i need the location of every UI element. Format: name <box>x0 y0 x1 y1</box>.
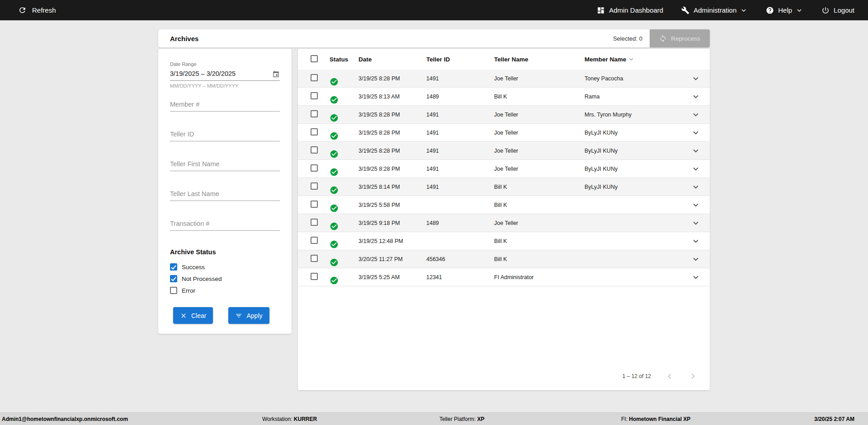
row-teller-id: 1491 <box>426 166 494 172</box>
row-expand-chevron-down-icon[interactable] <box>691 92 701 102</box>
row-member-name: ByLyJI KUNy <box>585 166 681 172</box>
table-header: Status Date Teller ID Teller Name Member… <box>298 49 710 70</box>
row-date: 3/19/25 8:14 PM <box>359 184 426 190</box>
check-circle-icon <box>330 77 359 86</box>
table-row: 3/19/25 8:28 PM 1491 Joe Teller ByLyJI K… <box>298 142 710 160</box>
selected-count: Selected: 0 <box>613 35 642 42</box>
check-circle-icon <box>330 95 359 104</box>
calendar-icon[interactable] <box>272 70 280 78</box>
row-teller-name: Joe Teller <box>494 112 585 118</box>
row-expand-chevron-down-icon[interactable] <box>691 254 701 264</box>
pagination-next-button[interactable] <box>688 371 698 381</box>
row-expand-chevron-down-icon[interactable] <box>691 236 701 246</box>
row-expand-chevron-down-icon[interactable] <box>691 164 701 174</box>
row-teller-name: Joe Teller <box>494 166 585 172</box>
pagination-prev-button[interactable] <box>665 371 675 381</box>
date-range-input[interactable] <box>170 67 280 81</box>
row-teller-name: Joe Teller <box>494 220 585 226</box>
column-header-teller-id: Teller ID <box>426 56 494 63</box>
archive-status-checkbox[interactable] <box>170 275 177 282</box>
refresh-icon <box>18 6 27 14</box>
archive-status-option[interactable]: Not Processed <box>170 273 280 285</box>
column-header-member-name[interactable]: Member Name <box>585 55 681 63</box>
teller-id-input[interactable] <box>170 127 280 141</box>
archive-status-label: Success <box>182 264 205 271</box>
row-expand-chevron-down-icon[interactable] <box>691 272 701 282</box>
row-expand-chevron-down-icon[interactable] <box>691 74 701 84</box>
archive-status-option[interactable]: Success <box>170 261 280 273</box>
transaction-number-input[interactable] <box>170 217 280 231</box>
row-member-name: Mrs. Tyron Murphy <box>585 112 681 118</box>
select-all-checkbox[interactable] <box>311 55 318 62</box>
clear-label: Clear <box>191 312 206 319</box>
row-date: 3/19/25 12:48 PM <box>359 238 426 244</box>
admin-dashboard-button[interactable]: Admin Dashboard <box>597 6 663 14</box>
row-expand-chevron-down-icon[interactable] <box>691 128 701 138</box>
row-checkbox[interactable] <box>311 201 318 208</box>
table-row: 3/20/25 11:27 PM 456346 Bill K <box>298 250 710 268</box>
row-checkbox[interactable] <box>311 164 318 172</box>
row-checkbox[interactable] <box>311 92 318 99</box>
table-row: 3/19/25 9:18 PM 1489 Joe Teller <box>298 214 710 232</box>
reprocess-button[interactable]: Reprocess <box>650 29 710 47</box>
row-checkbox[interactable] <box>311 110 318 117</box>
row-date: 3/19/25 8:28 PM <box>359 112 426 118</box>
member-number-input[interactable] <box>170 98 280 112</box>
row-expand-chevron-down-icon[interactable] <box>691 200 701 210</box>
row-checkbox[interactable] <box>311 128 318 135</box>
row-expand-chevron-down-icon[interactable] <box>691 146 701 156</box>
row-teller-id: 1489 <box>426 93 494 100</box>
refresh-button[interactable]: Refresh <box>18 6 56 14</box>
row-checkbox[interactable] <box>311 219 318 226</box>
clear-button[interactable]: Clear <box>173 307 213 324</box>
row-teller-id: 1491 <box>426 148 494 154</box>
chevron-right-icon <box>688 371 698 381</box>
row-checkbox[interactable] <box>311 146 318 154</box>
row-member-name: ByLyJI KUNy <box>585 184 681 190</box>
row-checkbox[interactable] <box>311 182 318 190</box>
row-checkbox[interactable] <box>311 273 318 280</box>
help-menu[interactable]: Help <box>766 6 803 14</box>
logout-button[interactable]: Logout <box>821 6 854 14</box>
archive-status-checkbox[interactable] <box>170 263 177 271</box>
row-expand-chevron-down-icon[interactable] <box>691 218 701 228</box>
row-date: 3/19/25 8:13 AM <box>359 93 426 100</box>
row-teller-name: Bill K <box>494 184 585 190</box>
table-row: 3/19/25 8:14 PM 1491 Bill K ByLyJI KUNy <box>298 178 710 196</box>
table-row: 3/19/25 5:25 AM 12341 FI Administrator <box>298 268 710 286</box>
footer-user: Admin1@hometownfinancialxp.onmicrosoft.c… <box>2 416 128 422</box>
table-row: 3/19/25 5:58 PM Bill K <box>298 196 710 214</box>
refresh-label: Refresh <box>32 6 56 14</box>
teller-last-name-input[interactable] <box>170 187 280 201</box>
row-teller-name: Bill K <box>494 93 585 100</box>
table-row: 3/19/25 8:28 PM 1491 Joe Teller Toney Pa… <box>298 70 710 88</box>
administration-label: Administration <box>693 6 736 14</box>
row-date: 3/20/25 11:27 PM <box>359 256 426 262</box>
check-circle-icon <box>330 276 359 285</box>
filter-icon <box>235 312 242 319</box>
footer-datetime: 3/20/25 2:07 AM <box>814 416 854 422</box>
row-expand-chevron-down-icon[interactable] <box>691 110 701 120</box>
row-checkbox[interactable] <box>311 237 318 244</box>
row-teller-name: Joe Teller <box>494 75 585 82</box>
row-expand-chevron-down-icon[interactable] <box>691 182 701 192</box>
check-circle-icon <box>330 186 359 195</box>
teller-first-name-input[interactable] <box>170 157 280 171</box>
check-circle-icon <box>330 204 359 213</box>
archive-status-checkbox[interactable] <box>170 287 177 294</box>
archives-header: Archives Selected: 0 Reprocess <box>158 29 710 47</box>
row-checkbox[interactable] <box>311 255 318 262</box>
column-header-date: Date <box>359 56 426 63</box>
archive-status-option[interactable]: Error <box>170 285 280 296</box>
row-checkbox[interactable] <box>311 74 318 81</box>
administration-menu[interactable]: Administration <box>681 6 748 14</box>
table-row: 3/19/25 8:13 AM 1489 Bill K Rama <box>298 88 710 106</box>
row-teller-name: Joe Teller <box>494 130 585 136</box>
column-header-teller-name: Teller Name <box>494 56 585 63</box>
apply-button[interactable]: Apply <box>228 307 269 324</box>
date-range-label: Date Range <box>170 61 280 67</box>
power-icon <box>821 6 830 14</box>
row-teller-id: 456346 <box>426 256 494 262</box>
check-circle-icon <box>330 149 359 159</box>
check-circle-icon <box>330 240 359 249</box>
